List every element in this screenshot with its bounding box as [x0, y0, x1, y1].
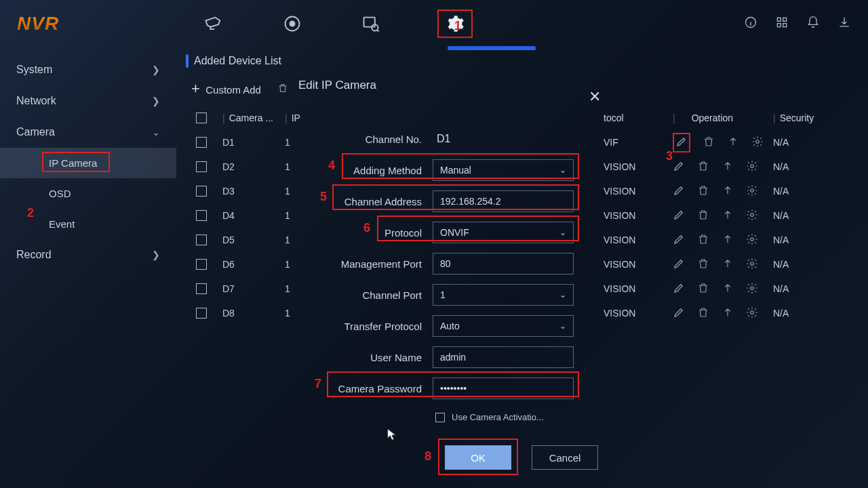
row-checkbox[interactable]: [196, 308, 207, 319]
up-icon[interactable]: [722, 282, 734, 296]
cell-camera: D1: [220, 137, 285, 148]
cell-protocol: VISION: [604, 235, 665, 245]
gear-icon[interactable]: [746, 282, 758, 296]
info-icon[interactable]: [744, 16, 757, 32]
channel-port-select[interactable]: 1 ⌄: [433, 284, 574, 306]
protocol-select[interactable]: ONVIF ⌄: [433, 222, 574, 243]
annotation-7: 7: [315, 377, 321, 391]
custom-add-button[interactable]: + Custom Add: [191, 80, 261, 98]
edit-icon[interactable]: [673, 209, 685, 223]
mgmt-port-input[interactable]: 80: [433, 253, 574, 274]
use-activation-row[interactable]: Use Camera Activatio...: [298, 412, 610, 422]
password-input[interactable]: ••••••••: [433, 378, 574, 399]
gear-icon[interactable]: [746, 258, 758, 272]
delete-icon[interactable]: [697, 282, 709, 296]
row-checkbox[interactable]: [196, 137, 207, 148]
delete-icon[interactable]: [703, 136, 715, 150]
edit-icon[interactable]: [675, 139, 688, 150]
protocol-label: Protocol: [298, 227, 425, 239]
delete-icon[interactable]: [697, 160, 709, 174]
sidebar-item-camera[interactable]: Camera ⌄: [0, 117, 176, 148]
sidebar-item-ip-camera[interactable]: IP Camera: [0, 148, 176, 178]
row-checkbox[interactable]: [196, 259, 207, 270]
annotation-3: 3: [666, 149, 673, 163]
adding-method-select[interactable]: Manual ⌄: [433, 159, 574, 181]
search-record-icon[interactable]: [359, 12, 383, 36]
user-name-input[interactable]: admin: [433, 346, 574, 368]
row-checkbox[interactable]: [196, 283, 207, 294]
channel-port-label: Channel Port: [298, 289, 425, 301]
up-icon[interactable]: [722, 233, 734, 247]
edit-icon[interactable]: [673, 184, 685, 199]
delete-icon[interactable]: [277, 83, 288, 96]
gear-icon[interactable]: [746, 209, 758, 223]
sidebar-item-osd[interactable]: OSD: [0, 178, 176, 209]
play-circle-icon[interactable]: [280, 12, 304, 36]
cell-protocol: VISION: [604, 283, 665, 294]
edit-icon[interactable]: [673, 160, 685, 174]
delete-icon[interactable]: [697, 184, 709, 199]
delete-icon[interactable]: [697, 258, 709, 272]
camera-icon[interactable]: [201, 12, 226, 36]
grid-icon[interactable]: [775, 16, 789, 32]
svg-point-10: [751, 164, 754, 167]
edit-icon[interactable]: [673, 233, 685, 247]
channel-no-label: Channel No.: [298, 134, 425, 145]
cell-operation: [665, 184, 773, 199]
sidebar-item-record[interactable]: Record ❯: [0, 239, 176, 270]
sidebar-label: Record: [16, 249, 52, 261]
use-activation-label: Use Camera Activatio...: [452, 412, 544, 422]
annotation-4: 4: [328, 159, 335, 173]
delete-icon[interactable]: [697, 209, 709, 223]
custom-add-label: Custom Add: [205, 84, 261, 96]
ok-button[interactable]: OK: [445, 445, 511, 470]
up-icon[interactable]: [722, 306, 734, 321]
cell-camera: D3: [220, 186, 285, 197]
row-checkbox[interactable]: [196, 210, 207, 221]
gear-icon[interactable]: [746, 184, 758, 199]
cell-operation: [665, 306, 773, 321]
annotation-8: 8: [425, 449, 431, 464]
up-icon[interactable]: [722, 184, 734, 199]
up-icon[interactable]: [727, 136, 739, 150]
download-icon[interactable]: [837, 16, 851, 32]
up-icon[interactable]: [722, 209, 734, 223]
gear-icon[interactable]: [751, 136, 764, 150]
cell-security: N/A: [773, 210, 841, 221]
bell-icon[interactable]: [806, 16, 820, 32]
channel-address-input[interactable]: 192.168.254.2: [433, 190, 574, 212]
gear-icon[interactable]: [746, 160, 758, 174]
transfer-proto-select[interactable]: Auto ⌄: [433, 315, 574, 337]
row-checkbox[interactable]: [196, 235, 207, 245]
col-operation: Operation: [692, 113, 733, 123]
delete-icon[interactable]: [697, 233, 709, 247]
delete-icon[interactable]: [697, 306, 709, 321]
edit-icon[interactable]: [673, 258, 685, 272]
annotation-2: 2: [27, 206, 34, 220]
close-icon[interactable]: ✕: [589, 88, 601, 106]
cell-camera: D7: [220, 283, 285, 294]
adding-method-value: Manual: [440, 165, 471, 176]
up-icon[interactable]: [722, 258, 734, 272]
row-checkbox[interactable]: [196, 161, 207, 172]
sidebar-item-network[interactable]: Network ❯: [0, 85, 176, 117]
cell-camera: D4: [220, 210, 285, 221]
annotation-5: 5: [320, 190, 327, 204]
sidebar-item-event[interactable]: Event: [0, 209, 176, 239]
sidebar-item-system[interactable]: System ❯: [0, 54, 176, 85]
edit-icon[interactable]: [673, 282, 685, 296]
cancel-button[interactable]: Cancel: [532, 445, 598, 470]
edit-icon[interactable]: [673, 306, 685, 321]
gear-icon[interactable]: [746, 233, 758, 247]
chevron-down-icon: ⌄: [559, 290, 566, 300]
up-icon[interactable]: [722, 160, 734, 174]
select-all-checkbox[interactable]: [196, 113, 207, 123]
cell-protocol: VIF: [604, 137, 665, 148]
sidebar-label: Event: [49, 218, 75, 230]
svg-point-14: [751, 262, 754, 265]
use-activation-checkbox[interactable]: [435, 413, 445, 422]
cell-camera: D8: [220, 308, 285, 319]
cell-security: N/A: [773, 259, 841, 270]
gear-icon[interactable]: [746, 306, 758, 321]
row-checkbox[interactable]: [196, 186, 207, 197]
